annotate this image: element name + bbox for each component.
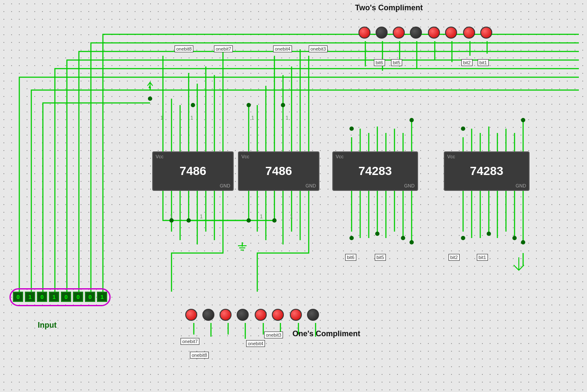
svg-point-90	[461, 127, 465, 131]
chip-number-2: 7486	[265, 164, 292, 178]
wire-val-8: 1	[290, 214, 293, 220]
chip-number-1: 7486	[180, 164, 206, 178]
chip-vcc-label-1: Vcc	[156, 154, 163, 159]
svg-point-94	[401, 236, 405, 240]
svg-point-91	[521, 118, 525, 122]
led-ones-4	[237, 309, 249, 321]
chip-gnd-label-3: GND	[404, 183, 415, 188]
chip-74283-2: Vcc 74283 GND	[444, 151, 530, 191]
led-ones-6	[272, 309, 284, 321]
label-onebit3: onebit3	[309, 45, 328, 52]
output-bit5: bit5	[375, 254, 386, 261]
twos-bit2-label: bit2	[461, 59, 473, 66]
wire-val-3: 1	[251, 115, 254, 121]
svg-point-99	[521, 240, 525, 244]
led-ones-3	[220, 309, 232, 321]
svg-point-85	[187, 218, 191, 223]
chip-vcc-label-4: Vcc	[447, 154, 455, 159]
svg-point-82	[247, 103, 251, 107]
twos-compliment-title: Two's Compliment	[355, 3, 423, 12]
input-highlight-circle	[9, 288, 111, 306]
led-twos-2	[376, 27, 388, 39]
wire-val-7: 1	[260, 214, 263, 220]
wire-val-5: 1	[170, 214, 173, 220]
svg-point-95	[409, 240, 414, 244]
led-ones-5	[255, 309, 267, 321]
led-ones-1	[185, 309, 197, 321]
chip-number-4: 74283	[470, 164, 503, 178]
wire-val-2: 1	[190, 115, 193, 121]
svg-point-93	[375, 232, 379, 236]
wire-val-1: 1	[160, 115, 163, 121]
chip-vcc-label-3: Vcc	[336, 154, 343, 159]
input-label: Input	[38, 321, 57, 330]
label-onebit4: onebit4	[273, 45, 292, 52]
twos-bit6-label: bit6	[374, 59, 385, 66]
twos-bit1-label: bit1	[478, 59, 489, 66]
output-bit2: bit2	[449, 254, 460, 261]
led-twos-1	[358, 27, 370, 39]
twos-bit5-label: bit5	[391, 59, 402, 66]
label-onebit4b: onebit4	[246, 340, 265, 347]
chip-gnd-label-1: GND	[220, 183, 230, 188]
led-ones-7	[290, 309, 302, 321]
ones-compliment-title: One's Compliment	[292, 329, 360, 338]
led-twos-3	[393, 27, 405, 39]
svg-point-83	[281, 103, 285, 107]
svg-point-87	[272, 218, 277, 223]
svg-point-86	[247, 218, 251, 223]
svg-point-92	[349, 236, 354, 240]
label-onebit8b: onebit8	[190, 352, 209, 359]
svg-point-96	[461, 236, 465, 240]
chip-7486-2: Vcc 7486 GND	[238, 151, 319, 191]
chip-gnd-label-4: GND	[516, 183, 526, 188]
svg-point-88	[349, 127, 354, 131]
svg-point-89	[409, 118, 414, 122]
chip-number-3: 74283	[358, 164, 392, 178]
chip-gnd-label-2: GND	[306, 183, 316, 188]
led-twos-8	[480, 27, 492, 39]
output-bit1: bit1	[477, 254, 488, 261]
label-onebit3b: onebit3	[264, 332, 283, 338]
led-ones-8	[307, 309, 319, 321]
chip-74283-1: Vcc 74283 GND	[332, 151, 418, 191]
chip-vcc-label-2: Vcc	[241, 154, 249, 159]
led-twos-4	[410, 27, 422, 39]
label-onebit8: onebit8	[175, 45, 193, 52]
label-onebit7: onebit7	[214, 45, 233, 52]
output-bit6: bit6	[345, 254, 356, 261]
led-twos-5	[428, 27, 440, 39]
svg-point-80	[148, 96, 152, 101]
svg-point-81	[191, 103, 195, 107]
svg-point-97	[487, 232, 491, 236]
svg-point-98	[512, 236, 517, 240]
led-twos-6	[445, 27, 457, 39]
wire-val-6: 1	[200, 214, 203, 220]
label-onebit7b: onebit7	[181, 338, 199, 345]
led-ones-2	[202, 309, 214, 321]
chip-7486-1: Vcc 7486 GND	[152, 151, 234, 191]
wire-val-4: 1	[286, 115, 289, 121]
led-twos-7	[463, 27, 475, 39]
